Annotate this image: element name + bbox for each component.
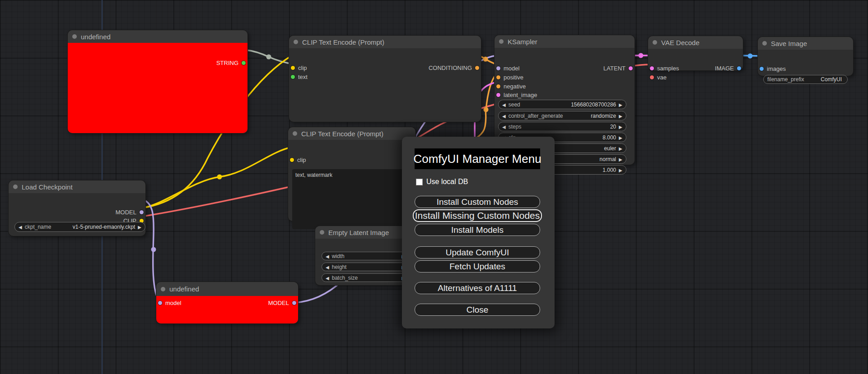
collapse-dot-icon[interactable] [762, 41, 767, 46]
port-dot-positive[interactable] [496, 75, 500, 79]
node-clip-text-encode-2[interactable]: CLIP Text Encode (Prompt) clip text, wat… [288, 127, 415, 221]
use-local-db-checkbox[interactable] [416, 179, 423, 185]
input-port-text[interactable]: text [291, 73, 308, 81]
node-undefined-top[interactable]: undefined STRING [68, 30, 247, 133]
input-port-images[interactable]: images [760, 65, 786, 73]
port-dot-conditioning[interactable] [475, 66, 479, 70]
output-port-latent[interactable]: LATENT [603, 64, 633, 72]
increment-icon[interactable] [619, 124, 622, 130]
increment-icon[interactable] [619, 113, 622, 119]
port-dot-image[interactable] [737, 66, 741, 70]
node-title-bar[interactable]: Load Checkpoint [9, 180, 145, 193]
node-title-bar[interactable]: CLIP Text Encode (Prompt) [288, 127, 415, 140]
port-dot-samples[interactable] [650, 66, 654, 70]
port-dot-model[interactable] [140, 210, 144, 214]
port-dot-latent[interactable] [629, 66, 633, 70]
decrement-icon[interactable] [326, 253, 329, 259]
node-save-image[interactable]: Save Image images filename_prefix ComfyU… [758, 37, 853, 76]
widget-batch-size[interactable]: batch_size [322, 273, 409, 282]
node-vae-decode[interactable]: VAE Decode samples vae IMAGE [648, 36, 743, 70]
node-title-bar[interactable]: VAE Decode [648, 36, 743, 49]
port-dot-clip[interactable] [290, 158, 294, 162]
node-title-bar[interactable]: Save Image [758, 37, 853, 50]
port-dot-string[interactable] [242, 61, 246, 65]
install-models-button[interactable]: Install Models [415, 224, 540, 236]
input-port-vae[interactable]: vae [650, 73, 667, 81]
increment-icon[interactable] [619, 145, 622, 152]
port-dot-latent-image[interactable] [496, 93, 500, 97]
increment-icon[interactable] [619, 167, 622, 173]
node-undefined-bottom[interactable]: undefined model MODEL [156, 282, 298, 323]
output-port-model[interactable]: MODEL [268, 299, 296, 307]
node-title-bar[interactable]: undefined [156, 282, 298, 296]
input-port-model[interactable]: model [496, 64, 519, 72]
port-dot-model-out[interactable] [292, 301, 296, 305]
decrement-icon[interactable] [19, 224, 22, 230]
input-port-clip[interactable]: clip [291, 64, 307, 72]
widget-seed[interactable]: seed 156680208700286 [498, 100, 626, 109]
collapse-dot-icon[interactable] [161, 287, 165, 291]
increment-icon[interactable] [619, 134, 622, 141]
input-port-clip[interactable]: clip [290, 156, 306, 164]
input-port-latent-image[interactable]: latent_image [496, 91, 537, 99]
widget-control-after-generate[interactable]: control_after_generate randomize [498, 111, 626, 120]
decrement-icon[interactable] [326, 275, 329, 281]
input-port-samples[interactable]: samples [650, 64, 679, 72]
collapse-dot-icon[interactable] [293, 131, 297, 136]
prompt-textarea[interactable]: text, watermark [292, 169, 411, 229]
decrement-icon[interactable] [502, 113, 506, 119]
node-title-bar[interactable]: KSampler [495, 35, 635, 48]
decrement-icon[interactable] [502, 102, 506, 108]
widget-height[interactable]: height [322, 263, 409, 271]
port-dot-negative[interactable] [496, 84, 500, 88]
node-title-bar[interactable]: CLIP Text Encode (Prompt) [289, 36, 481, 48]
fetch-updates-button[interactable]: Fetch Updates [415, 260, 540, 272]
wire-dot-string[interactable] [266, 55, 271, 60]
input-port-positive[interactable]: positive [496, 73, 523, 81]
port-dot-model[interactable] [496, 66, 500, 70]
output-port-model[interactable]: MODEL [116, 208, 144, 216]
collapse-dot-icon[interactable] [320, 230, 324, 235]
increment-icon[interactable] [619, 102, 622, 108]
install-custom-nodes-button[interactable]: Install Custom Nodes [415, 196, 540, 208]
wire-dot-image[interactable] [748, 54, 753, 59]
widget-width[interactable]: width [322, 252, 409, 260]
wire-dot-clip[interactable] [217, 175, 222, 180]
node-clip-text-encode-1[interactable]: CLIP Text Encode (Prompt) clip text COND… [289, 36, 481, 122]
increment-icon[interactable] [619, 156, 622, 162]
wire-dot-negative[interactable] [484, 107, 489, 112]
increment-icon[interactable] [138, 224, 141, 230]
widget-filename-prefix[interactable]: filename_prefix ComfyUI [763, 75, 848, 84]
input-port-model[interactable]: model [158, 299, 181, 307]
wire-clip-2[interactable] [142, 147, 292, 208]
node-load-checkpoint[interactable]: Load Checkpoint MODEL CLIP VAE ckpt_name… [9, 180, 145, 236]
collapse-dot-icon[interactable] [72, 34, 77, 39]
node-canvas[interactable]: undefined STRING CLIP Text Encode (Promp… [0, 0, 868, 374]
collapse-dot-icon[interactable] [294, 40, 298, 44]
input-port-negative[interactable]: negative [496, 82, 526, 90]
wire-dot-positive[interactable] [483, 57, 488, 62]
node-title-bar[interactable]: undefined [68, 30, 247, 43]
widget-ckpt-name[interactable]: ckpt_name v1-5-pruned-emaonly.ckpt [14, 222, 145, 232]
decrement-icon[interactable] [326, 264, 329, 270]
alternatives-of-a1111-button[interactable]: Alternatives of A1111 [415, 282, 540, 294]
port-dot-images[interactable] [760, 67, 764, 71]
collapse-dot-icon[interactable] [13, 185, 18, 189]
close-button[interactable]: Close [415, 304, 540, 316]
port-dot-text[interactable] [291, 75, 295, 79]
install-missing-custom-nodes-button[interactable]: Install Missing Custom Nodes [413, 209, 542, 222]
wire-dot-latent[interactable] [639, 53, 644, 58]
output-port-conditioning[interactable]: CONDITIONING [429, 64, 479, 72]
node-empty-latent-image[interactable]: Empty Latent Image width height batch_si… [315, 226, 415, 285]
output-port-image[interactable]: IMAGE [715, 64, 741, 72]
output-port-string[interactable]: STRING [216, 59, 246, 67]
port-dot-vae[interactable] [650, 75, 654, 79]
decrement-icon[interactable] [502, 124, 506, 130]
widget-steps[interactable]: steps 20 [498, 122, 626, 131]
node-title-bar[interactable]: Empty Latent Image [315, 226, 415, 239]
port-dot-clip[interactable] [291, 66, 295, 70]
update-comfyui-button[interactable]: Update ComfyUI [415, 246, 540, 259]
collapse-dot-icon[interactable] [653, 40, 657, 45]
collapse-dot-icon[interactable] [499, 39, 504, 44]
wire-dot-model[interactable] [151, 247, 156, 252]
